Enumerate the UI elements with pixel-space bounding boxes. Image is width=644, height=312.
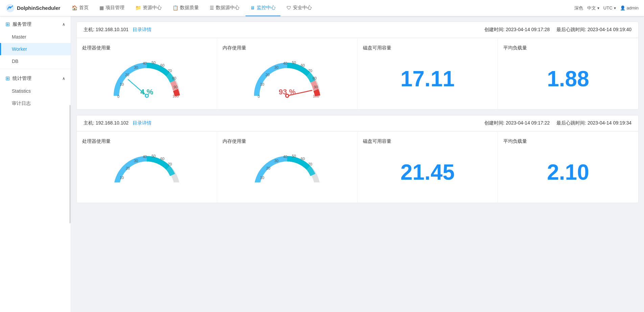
svg-text:10: 10	[260, 82, 264, 86]
svg-text:50: 50	[152, 61, 156, 65]
svg-text:70: 70	[308, 69, 312, 73]
timezone-switcher[interactable]: UTC ▾	[603, 5, 616, 10]
svg-text:80: 80	[313, 76, 317, 80]
tz-chevron: ▾	[614, 6, 616, 10]
svg-text:30: 30	[134, 159, 138, 163]
svg-text:10: 10	[260, 176, 264, 180]
stats-section-icon: ⊞	[5, 75, 10, 82]
sidebar-section-service[interactable]: ⊞ 服务管理 ∧	[0, 16, 71, 31]
server-2-cpu-gauge: 10 20 30 40 50 60 70	[82, 149, 211, 196]
dataquality-icon: 📋	[172, 5, 178, 10]
server-2-cpu-card: 处理器使用量 10 20 30	[77, 132, 217, 203]
server-2-header: 主机: 192.168.10.102 目录详情 创建时间: 2023-04-14…	[77, 115, 638, 131]
user-icon: 👤	[620, 5, 625, 10]
server-1-created: 创建时间: 2023-04-14 09:17:28	[484, 27, 550, 32]
server-1-cpu-title: 处理器使用量	[82, 45, 111, 51]
server-2-memory-card: 内存使用量 10 20 30 40	[217, 132, 358, 203]
svg-text:0: 0	[117, 94, 119, 98]
svg-text:0: 0	[258, 94, 260, 98]
sidebar-item-master[interactable]: Master	[0, 31, 71, 43]
theme-switcher[interactable]: 深色	[574, 5, 583, 11]
server-1-cpu-gauge-wrap: 0 10 20 30 40 50 60 70 80 90 100	[110, 55, 184, 103]
server-1-load-value: 1.88	[547, 66, 589, 91]
nav-security[interactable]: 🛡 安全中心	[282, 0, 317, 16]
nav-home[interactable]: 🏠 首页	[67, 0, 93, 16]
svg-text:60: 60	[301, 63, 305, 67]
server-1-host: 主机: 192.168.10.101	[84, 27, 129, 32]
svg-text:90: 90	[174, 85, 178, 89]
server-2-disk-card: 磁盘可用容量 21.45	[358, 132, 498, 203]
svg-text:70: 70	[308, 162, 312, 166]
server-2-created: 创建时间: 2023-04-14 09:17:22	[484, 120, 550, 126]
server-1-header: 主机: 192.168.10.101 目录详情 创建时间: 2023-04-14…	[77, 22, 638, 38]
datasource-icon: ☰	[210, 5, 214, 10]
server-1-cpu-gauge: 0 10 20 30 40 50 60 70 80 90 100	[82, 55, 211, 103]
server-2-load-value: 2.10	[547, 160, 589, 185]
svg-text:10: 10	[120, 82, 124, 86]
svg-text:60: 60	[160, 157, 164, 161]
sidebar-scrollbar[interactable]	[69, 105, 71, 223]
main-content: 主机: 192.168.10.101 目录详情 创建时间: 2023-04-14…	[71, 16, 644, 312]
sidebar-item-statistics[interactable]: Statistics	[0, 85, 71, 97]
server-2-cpu-title: 处理器使用量	[82, 138, 111, 144]
top-nav: DolphinScheduler 🏠 首页 ▦ 项目管理 📁 资源中心 📋 数据…	[0, 0, 644, 16]
svg-text:20: 20	[266, 166, 270, 170]
nav-items: 🏠 首页 ▦ 项目管理 📁 资源中心 📋 数据质量 ☰ 数据源中心 🖥 监控中心…	[67, 0, 574, 16]
server-1-metrics: 处理器使用量	[77, 38, 638, 109]
server-1-cpu-value: 4 %	[140, 88, 153, 96]
service-section-icon: ⊞	[5, 21, 10, 27]
server-1-memory-card: 内存使用量 0 10	[217, 38, 358, 109]
language-switcher[interactable]: 中文 ▾	[587, 5, 599, 11]
app-logo[interactable]: DolphinScheduler	[5, 3, 60, 13]
svg-text:70: 70	[168, 69, 172, 73]
stats-section-items: Statistics 审计日志	[0, 85, 71, 110]
svg-point-1	[9, 6, 11, 8]
main-layout: ⊞ 服务管理 ∧ Master Worker DB ⊞ 统计管理 ∧	[0, 16, 644, 312]
user-menu[interactable]: 👤 admin	[620, 5, 639, 10]
server-2-host-info: 主机: 192.168.10.102 目录详情	[84, 120, 152, 126]
nav-right: 深色 中文 ▾ UTC ▾ 👤 admin	[574, 5, 639, 11]
nav-monitor[interactable]: 🖥 监控中心	[246, 0, 280, 16]
svg-text:90: 90	[314, 85, 318, 89]
nav-resource[interactable]: 📁 资源中心	[131, 0, 166, 16]
server-1-times: 创建时间: 2023-04-14 09:17:28 最后心跳时间: 2023-0…	[484, 27, 631, 33]
svg-text:100: 100	[172, 94, 179, 98]
server-2-disk-value-container: 21.45	[363, 149, 492, 196]
server-1-disk-value-container: 17.11	[363, 55, 492, 103]
stats-chevron-icon: ∧	[62, 76, 65, 81]
sidebar-section-stats[interactable]: ⊞ 统计管理 ∧	[0, 70, 71, 85]
server-2-link[interactable]: 目录详情	[133, 120, 152, 126]
server-2-memory-title: 内存使用量	[223, 138, 246, 144]
app-name: DolphinScheduler	[17, 5, 60, 11]
svg-text:50: 50	[152, 154, 156, 158]
server-2-disk-title: 磁盘可用容量	[363, 138, 391, 144]
sidebar-divider	[0, 69, 71, 69]
svg-text:60: 60	[160, 63, 164, 67]
sidebar-item-auditlog[interactable]: 审计日志	[0, 97, 71, 110]
nav-dataquality[interactable]: 📋 数据质量	[168, 0, 204, 16]
server-2-host: 主机: 192.168.10.102	[84, 120, 129, 126]
server-1-link[interactable]: 目录详情	[133, 27, 152, 32]
sidebar-item-db[interactable]: DB	[0, 55, 71, 67]
server-2-load-value-container: 2.10	[503, 149, 633, 196]
server-1-cpu-card: 处理器使用量	[77, 38, 217, 109]
server-1-disk-card: 磁盘可用容量 17.11	[358, 38, 498, 109]
svg-text:20: 20	[125, 73, 129, 77]
server-1-memory-value: 93 %	[279, 88, 296, 96]
server-1-host-info: 主机: 192.168.10.101 目录详情	[84, 27, 152, 33]
server-2-heartbeat: 最后心跳时间: 2023-04-14 09:19:34	[556, 120, 631, 126]
server-card-1: 主机: 192.168.10.101 目录详情 创建时间: 2023-04-14…	[76, 22, 639, 110]
svg-text:20: 20	[266, 73, 270, 77]
nav-project[interactable]: ▦ 项目管理	[95, 0, 129, 16]
server-1-heartbeat: 最后心跳时间: 2023-04-14 09:19:40	[556, 27, 631, 32]
server-1-load-title: 平均负载量	[503, 45, 527, 51]
server-1-load-value-container: 1.88	[503, 55, 633, 103]
sidebar: ⊞ 服务管理 ∧ Master Worker DB ⊞ 统计管理 ∧	[0, 16, 71, 312]
server-1-disk-title: 磁盘可用容量	[363, 45, 391, 51]
sidebar-item-worker[interactable]: Worker	[0, 43, 71, 55]
service-chevron-icon: ∧	[62, 22, 65, 27]
nav-datasource[interactable]: ☰ 数据源中心	[205, 0, 244, 16]
svg-text:40: 40	[283, 155, 287, 159]
server-2-load-title: 平均负载量	[503, 138, 527, 144]
server-card-2: 主机: 192.168.10.102 目录详情 创建时间: 2023-04-14…	[76, 115, 639, 203]
